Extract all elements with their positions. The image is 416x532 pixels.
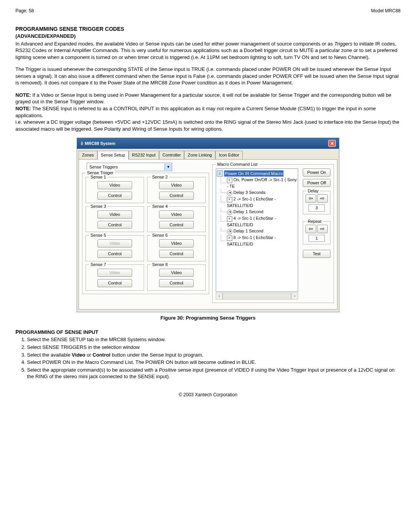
- delay-legend: Delay: [306, 188, 320, 194]
- delay-group: Delay ⇦ ⇨ 3: [303, 191, 330, 214]
- macro-command-list-group: Macro Command List ⇩ Power On IR Command…: [212, 164, 334, 303]
- sense-1-cell: Sense 1VideoControl: [86, 177, 144, 203]
- step-1: Select the SENSE SETUP tab in the MRC88 …: [27, 336, 401, 343]
- tree-node-label: Delay 3 Seconds: [233, 190, 265, 195]
- window-title: ⇩ MRC88 System: [80, 141, 116, 146]
- titlebar: ⇩ MRC88 System ✕: [77, 138, 339, 149]
- sense-4-legend: Sense 4: [151, 204, 169, 209]
- scroll-track[interactable]: [223, 293, 291, 300]
- f-code-icon: F: [227, 216, 232, 222]
- sense-7-video-button: Video: [97, 269, 132, 277]
- sense-2-video-button[interactable]: Video: [159, 181, 194, 189]
- tab-icon-editor[interactable]: Icon Editor: [215, 151, 243, 159]
- close-icon[interactable]: ✕: [328, 140, 336, 147]
- tab-sense-setup[interactable]: Sense Setup: [97, 151, 129, 160]
- sense-5-cell: Sense 5VideoControl: [86, 235, 144, 261]
- clock-icon: ◔: [227, 190, 232, 196]
- tree-node[interactable]: ◔Delay 1 Second: [225, 228, 297, 234]
- note1-text: If a Video or Sense Input is being used …: [15, 92, 391, 105]
- footer: © 2003 Xantech Corporation: [15, 392, 401, 398]
- repeat-group: Repeat ⇦ ⇨ 1: [303, 221, 330, 245]
- tree-node[interactable]: ◔Delay 1 Second: [225, 209, 297, 215]
- note2-text: The SENSE Input is referred to as a CONT…: [15, 106, 376, 118]
- sense-8-cell: Sense 8VideoControl: [147, 264, 206, 291]
- sense-3-legend: Sense 3: [89, 204, 107, 209]
- tree-node[interactable]: F8 -> Src-1 ( EchoStar - SATELLITE/D: [225, 234, 297, 247]
- repeat-legend: Repeat: [306, 219, 323, 224]
- tree-root[interactable]: ⇩ Power On IR Command Macro: [217, 170, 297, 177]
- sense-8-control-button[interactable]: Control: [159, 279, 194, 287]
- tab-panel: Sense Triggers ▼ Sense Trigger Sense 1Vi…: [79, 159, 337, 310]
- sense-3-cell: Sense 3VideoControl: [86, 206, 144, 232]
- tab-zone-linking[interactable]: Zone Linking: [184, 151, 215, 159]
- sense-4-control-button[interactable]: Control: [159, 221, 194, 229]
- tree-node[interactable]: F4 -> Src-1 ( EchoStar - SATELLITE/D: [225, 215, 297, 228]
- note1-label: NOTE:: [15, 92, 31, 98]
- chevron-down-icon[interactable]: ▼: [164, 163, 172, 170]
- paragraph-1: In Advanced and Expanded modes, the avai…: [15, 40, 401, 61]
- f-code-icon: F: [227, 236, 232, 241]
- paragraph-1-em: Triggers: [334, 41, 352, 47]
- sense-7-legend: Sense 7: [89, 262, 107, 268]
- section-title: PROGRAMMING SENSE TRIGGER CODES: [15, 25, 401, 33]
- macro-tree[interactable]: ⇩ Power On IR Command Macro FOn, Power O…: [216, 168, 298, 292]
- sense-5-control-button[interactable]: Control: [97, 250, 132, 258]
- sense-1-video-button[interactable]: Video: [97, 181, 132, 189]
- sense-8-video-button[interactable]: Video: [159, 269, 194, 277]
- sense-7-control-button[interactable]: Control: [97, 279, 132, 287]
- sense-3-control-button[interactable]: Control: [97, 221, 132, 229]
- scroll-right-icon[interactable]: ›: [291, 293, 298, 300]
- f-code-icon: F: [227, 178, 232, 183]
- sense-1-control-button[interactable]: Control: [97, 192, 132, 200]
- tree-node[interactable]: ◔Delay 3 Seconds: [225, 189, 297, 196]
- sense-8-legend: Sense 8: [151, 262, 169, 268]
- sense-3-video-button[interactable]: Video: [97, 210, 132, 219]
- macro-side-buttons: Power On Power Off Delay ⇦ ⇨ 3: [303, 168, 330, 300]
- sense-6-cell: Sense 6VideoControl: [147, 235, 206, 261]
- sense-4-video-button[interactable]: Video: [159, 210, 194, 219]
- tree-node-label: 8 -> Src-1 ( EchoStar - SATELLITE/D: [227, 235, 276, 246]
- figure-caption: Figure 30: Programming Sense Triggers: [15, 315, 401, 322]
- step-4: Select POWER ON in the Macro Command Lis…: [27, 359, 401, 366]
- tab-controller[interactable]: Controller: [159, 151, 185, 159]
- sense-1-legend: Sense 1: [89, 174, 107, 180]
- sense-6-video-button[interactable]: Video: [159, 239, 194, 247]
- note2-label: NOTE:: [15, 106, 31, 111]
- tab-rs232[interactable]: RS232 Input: [129, 151, 159, 159]
- note-1: NOTE: If a Video or Sense Input is being…: [15, 92, 401, 132]
- test-button[interactable]: Test: [303, 250, 330, 258]
- tree-node-label: Delay 1 Second: [233, 229, 263, 233]
- page-number-right: Model MRC88: [371, 8, 401, 14]
- tree-scrollbar[interactable]: ‹ ›: [216, 293, 298, 300]
- tree-node[interactable]: FOn, Power On/Off -> Src-1 ( Sony - TE: [225, 177, 297, 189]
- sense-5-video-button: Video: [97, 239, 132, 247]
- repeat-value-input[interactable]: 1: [309, 235, 325, 242]
- sense-7-cell: Sense 7VideoControl: [86, 264, 144, 291]
- tree-node-label: On, Power On/Off -> Src-1 ( Sony - TE: [227, 177, 297, 189]
- power-on-button[interactable]: Power On: [303, 168, 330, 177]
- sense-2-control-button[interactable]: Control: [159, 192, 194, 200]
- repeat-left-button[interactable]: ⇦: [305, 225, 316, 233]
- macro-legend: Macro Command List: [216, 162, 259, 167]
- steps-heading: PROGRAMMING OF SENSE INPUT: [15, 328, 401, 336]
- delay-value-input[interactable]: 3: [309, 204, 325, 212]
- delay-right-button[interactable]: ⇨: [317, 194, 328, 203]
- repeat-right-button[interactable]: ⇨: [317, 225, 328, 233]
- page-header: Page: 58 Model MRC88: [15, 8, 401, 14]
- paragraph-1-text-a: In Advanced and Expanded modes, the avai…: [15, 41, 334, 47]
- power-off-button[interactable]: Power Off: [303, 179, 330, 187]
- sense-2-cell: Sense 2VideoControl: [147, 177, 206, 203]
- f-code-icon: F: [227, 197, 232, 202]
- scroll-left-icon[interactable]: ‹: [216, 293, 223, 300]
- delay-left-button[interactable]: ⇦: [305, 194, 316, 203]
- tab-zones[interactable]: Zones: [79, 151, 97, 159]
- tree-node[interactable]: F2 -> Src-1 ( EchoStar - SATELLITE/D: [225, 196, 297, 209]
- tree-root-label: Power On IR Command Macro: [224, 170, 283, 177]
- section-subtitle: (ADVANCED/EXPANDED): [15, 33, 401, 40]
- step-3: Select the available Video or Control bu…: [27, 352, 401, 359]
- tree-node-label: 4 -> Src-1 ( EchoStar - SATELLITE/D: [227, 216, 276, 227]
- clock-icon: ◔: [227, 229, 232, 234]
- app-window: ⇩ MRC88 System ✕ ZonesSense SetupRS232 I…: [77, 138, 339, 312]
- macro-root-icon: ⇩: [217, 170, 223, 177]
- sense-6-control-button[interactable]: Control: [159, 250, 194, 258]
